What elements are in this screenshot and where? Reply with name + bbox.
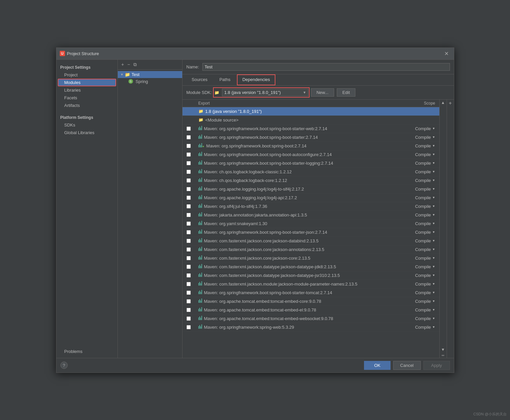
- deps-row[interactable]: Maven: com.fasterxml.jackson.core:jackso…: [182, 237, 439, 245]
- help-button[interactable]: ?: [60, 362, 68, 369]
- tab-dependencies[interactable]: Dependencies: [237, 74, 275, 85]
- tab-paths[interactable]: Paths: [214, 74, 236, 85]
- copy-module-button[interactable]: ⧉: [132, 61, 138, 68]
- add-dep-button[interactable]: +: [449, 100, 452, 106]
- dep-scope[interactable]: Compile ▼: [399, 282, 435, 287]
- dep-scope[interactable]: Compile ▼: [399, 204, 435, 209]
- apply-button[interactable]: Apply: [423, 361, 450, 370]
- dep-export-checkbox[interactable]: [186, 239, 191, 243]
- sdk-select[interactable]: 1.8 (java version "1.8.0_191"): [222, 89, 308, 96]
- deps-row[interactable]: Maven: org.springframework.boot:spring-b…: [182, 125, 439, 133]
- dep-export-checkbox[interactable]: [186, 187, 191, 191]
- dep-scope[interactable]: Compile ▼: [399, 325, 435, 330]
- dep-scope[interactable]: Compile ▼: [399, 290, 435, 295]
- deps-row[interactable]: Maven: org.apache.tomcat.embed:tomcat-em…: [182, 314, 439, 323]
- deps-row[interactable]: 📁1.8 (java version "1.8.0_191"): [182, 107, 439, 116]
- dep-scope[interactable]: Compile ▼: [399, 273, 435, 278]
- deps-row[interactable]: Maven: org.springframework.boot:spring-b…: [182, 289, 439, 297]
- remove-module-button[interactable]: −: [126, 61, 131, 68]
- dep-scope[interactable]: Compile ▼: [399, 126, 435, 131]
- dep-scope[interactable]: Compile ▼: [399, 212, 435, 217]
- dep-export-checkbox[interactable]: [186, 247, 191, 252]
- deps-row[interactable]: Maven: org.apache.logging.log4j:log4j-to…: [182, 185, 439, 194]
- dep-scope[interactable]: Compile ▼: [399, 161, 435, 166]
- dep-scope[interactable]: Compile ▼: [399, 187, 435, 192]
- deps-row[interactable]: Maven: org.springframework.boot:spring-b…: [182, 159, 439, 168]
- dep-scope[interactable]: Compile ▼: [399, 299, 435, 304]
- deps-row[interactable]: Maven: com.fasterxml.jackson.module:jack…: [182, 280, 439, 289]
- deps-row[interactable]: Maven: org.yaml:snakeyaml:1.30Compile ▼: [182, 219, 439, 228]
- dep-scope[interactable]: Compile ▼: [399, 135, 435, 140]
- tree-item-test[interactable]: ▼ 📁 Test: [118, 71, 182, 78]
- sidebar-item-modules[interactable]: Modules: [58, 79, 116, 86]
- deps-row[interactable]: Maven: org.apache.logging.log4j:log4j-ap…: [182, 194, 439, 202]
- dep-export-checkbox[interactable]: [186, 221, 191, 226]
- dep-export-checkbox[interactable]: [186, 299, 191, 303]
- dep-export-checkbox[interactable]: [186, 282, 191, 286]
- dep-scope[interactable]: Compile ▼: [399, 221, 435, 226]
- dep-scope[interactable]: Compile ▼: [399, 247, 435, 252]
- deps-row[interactable]: Maven: com.fasterxml.jackson.core:jackso…: [182, 254, 439, 263]
- deps-row[interactable]: Maven: org.springframework.boot:spring-b…: [182, 133, 439, 142]
- sidebar-item-libraries[interactable]: Libraries: [56, 86, 117, 94]
- sidebar-item-sdks[interactable]: SDKs: [56, 121, 117, 129]
- dep-scope[interactable]: Compile ▼: [399, 316, 435, 321]
- dep-export-checkbox[interactable]: [186, 161, 191, 165]
- dep-export-checkbox[interactable]: [186, 291, 191, 295]
- deps-row[interactable]: Maven: com.fasterxml.jackson.datatype:ja…: [182, 263, 439, 271]
- add-module-button[interactable]: +: [120, 61, 125, 68]
- ok-button[interactable]: OK: [364, 361, 391, 370]
- close-button[interactable]: ✕: [442, 50, 451, 57]
- dep-export-checkbox[interactable]: [186, 273, 191, 278]
- scroll-up-button[interactable]: ▲: [441, 100, 445, 105]
- dep-scope[interactable]: Compile ▼: [399, 143, 435, 148]
- scroll-down-button[interactable]: ▼: [441, 347, 445, 352]
- deps-row[interactable]: ●Maven: org.springframework.boot:spring-…: [182, 142, 439, 150]
- dep-scope[interactable]: Compile ▼: [399, 178, 435, 183]
- dep-export-checkbox[interactable]: [186, 256, 191, 260]
- tab-sources[interactable]: Sources: [186, 74, 213, 85]
- dep-export-checkbox[interactable]: [186, 178, 191, 183]
- name-input[interactable]: [202, 63, 450, 71]
- dep-export-checkbox[interactable]: [186, 308, 191, 312]
- deps-row[interactable]: Maven: org.springframework:spring-web:5.…: [182, 323, 439, 332]
- deps-row[interactable]: Maven: ch.qos.logback:logback-core:1.2.1…: [182, 176, 439, 185]
- deps-row[interactable]: Maven: org.apache.tomcat.embed:tomcat-em…: [182, 306, 439, 314]
- dep-scope[interactable]: Compile ▼: [399, 195, 435, 200]
- dep-export-checkbox[interactable]: [186, 144, 191, 148]
- dep-export-checkbox[interactable]: [186, 230, 191, 234]
- dep-export-checkbox[interactable]: [186, 152, 191, 157]
- sidebar-item-problems[interactable]: Problems: [56, 348, 117, 355]
- deps-row[interactable]: Maven: org.slf4j:jul-to-slf4j:1.7.36Comp…: [182, 202, 439, 211]
- tree-item-spring[interactable]: S Spring: [118, 78, 182, 85]
- sidebar-item-facets[interactable]: Facets: [56, 94, 117, 102]
- dep-scope[interactable]: Compile ▼: [399, 238, 435, 243]
- sidebar-item-global-libraries[interactable]: Global Libraries: [56, 129, 117, 136]
- sidebar-item-artifacts[interactable]: Artifacts: [56, 102, 117, 109]
- deps-row[interactable]: Maven: com.fasterxml.jackson.core:jackso…: [182, 245, 439, 254]
- dep-export-checkbox[interactable]: [186, 170, 191, 174]
- deps-row[interactable]: Maven: jakarta.annotation:jakarta.annota…: [182, 211, 439, 219]
- dep-export-checkbox[interactable]: [186, 325, 191, 329]
- deps-row[interactable]: Maven: org.springframework.boot:spring-b…: [182, 150, 439, 159]
- sidebar-item-project[interactable]: Project: [56, 71, 117, 79]
- cancel-button[interactable]: Cancel: [393, 361, 420, 370]
- deps-row[interactable]: Maven: ch.qos.logback:logback-classic:1.…: [182, 168, 439, 176]
- dep-export-checkbox[interactable]: [186, 196, 191, 200]
- dep-scope[interactable]: Compile ▼: [399, 307, 435, 312]
- new-sdk-button[interactable]: New...: [311, 88, 334, 97]
- deps-row[interactable]: Maven: com.fasterxml.jackson.datatype:ja…: [182, 271, 439, 280]
- dep-scope[interactable]: Compile ▼: [399, 256, 435, 261]
- dep-scope[interactable]: Compile ▼: [399, 230, 435, 235]
- dep-export-checkbox[interactable]: [186, 265, 191, 269]
- dep-export-checkbox[interactable]: [186, 213, 191, 217]
- dep-scope[interactable]: Compile ▼: [399, 152, 435, 157]
- deps-row[interactable]: 📁<Module source>: [182, 116, 439, 125]
- dep-scope[interactable]: Compile ▼: [399, 264, 435, 269]
- dep-export-checkbox[interactable]: [186, 126, 191, 131]
- dep-export-checkbox[interactable]: [186, 316, 191, 321]
- edit-sdk-button[interactable]: Edit: [337, 88, 355, 97]
- deps-row[interactable]: Maven: org.apache.tomcat.embed:tomcat-em…: [182, 297, 439, 306]
- deps-row[interactable]: Maven: org.springframework.boot:spring-b…: [182, 228, 439, 237]
- dep-scope[interactable]: Compile ▼: [399, 169, 435, 174]
